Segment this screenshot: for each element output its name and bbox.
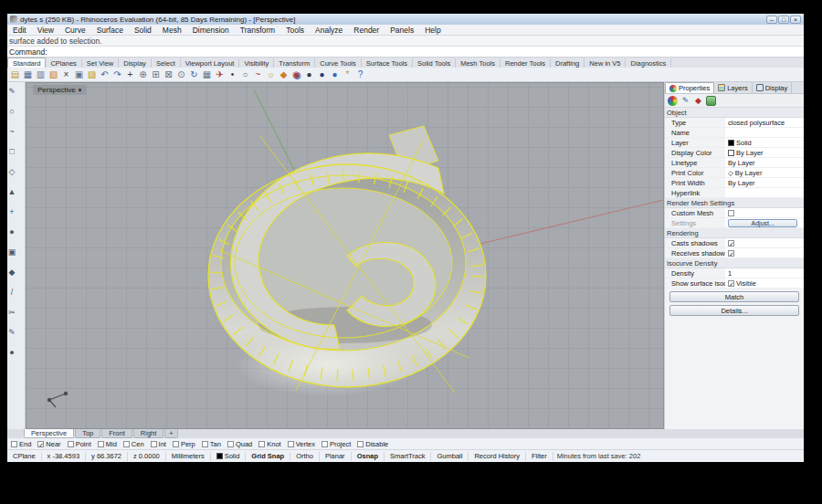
move-tool-icon[interactable]: + xyxy=(7,206,20,217)
object-properties-icon[interactable] xyxy=(668,96,678,106)
details-button[interactable]: Details... xyxy=(669,305,800,316)
units-cell[interactable]: Millimeters xyxy=(166,452,211,461)
osnap-knot[interactable]: Knot xyxy=(258,440,280,448)
grid-snap-toggle[interactable]: Grid Snap xyxy=(246,452,290,461)
tab-layers[interactable]: Layers xyxy=(714,82,753,93)
menu-transform[interactable]: Transform xyxy=(235,26,280,35)
menu-solid[interactable]: Solid xyxy=(129,26,157,35)
filter-toggle[interactable]: Filter xyxy=(526,452,553,461)
osnap-quad[interactable]: Quad xyxy=(227,440,252,448)
print-width-select[interactable]: By Layer xyxy=(725,178,804,187)
toolbar-tab-select[interactable]: Select xyxy=(152,58,181,68)
grid-icon[interactable]: ▦ xyxy=(201,68,213,80)
color-wheel-icon[interactable]: ◉ xyxy=(290,68,302,80)
toolbar-tab-viewport-layout[interactable]: Viewport Layout xyxy=(181,58,240,68)
maximize-button[interactable]: □ xyxy=(778,16,789,24)
menu-dimension[interactable]: Dimension xyxy=(187,26,235,35)
menu-help[interactable]: Help xyxy=(419,26,446,35)
paste-icon[interactable]: ▨ xyxy=(86,68,98,80)
box-tool-icon[interactable]: ▣ xyxy=(7,247,20,257)
viewport-tab-right[interactable]: Right xyxy=(133,429,164,438)
tab-display[interactable]: Display xyxy=(753,82,793,93)
osnap-perp[interactable]: Perp xyxy=(173,440,195,448)
linetype-select[interactable]: By Layer xyxy=(725,158,804,167)
redo-icon[interactable]: ↷ xyxy=(111,68,123,80)
render-tool-icon[interactable]: ● xyxy=(7,347,20,358)
toolbar-tab-set-view[interactable]: Set View xyxy=(82,58,119,68)
close-button[interactable]: × xyxy=(790,16,801,24)
menu-surface[interactable]: Surface xyxy=(91,26,129,35)
adjust-button[interactable]: Adjust... xyxy=(728,219,797,227)
toolbar-tab-curve-tools[interactable]: Curve Tools xyxy=(315,58,361,68)
custom-mesh-checkbox[interactable] xyxy=(728,210,734,216)
layer-select[interactable]: Solid xyxy=(725,138,804,147)
menu-edit[interactable]: Edit xyxy=(7,26,32,35)
osnap-near[interactable]: ✓Near xyxy=(37,440,60,448)
menu-panels[interactable]: Panels xyxy=(385,26,419,35)
trim-tool-icon[interactable]: ✂ xyxy=(7,307,20,318)
viewport-tab-add[interactable]: + xyxy=(164,429,177,438)
lasso-icon[interactable]: ✎ xyxy=(680,96,690,106)
viewport-tab-front[interactable]: Front xyxy=(101,429,132,438)
print-icon[interactable]: ▥ xyxy=(35,68,47,80)
command-input[interactable]: Command: xyxy=(7,47,804,58)
undo-icon[interactable]: ↶ xyxy=(99,68,111,80)
groundplane-icon[interactable] xyxy=(706,96,716,106)
zoom-extents-icon[interactable]: ⊠ xyxy=(163,68,174,80)
osnap-int[interactable]: Int xyxy=(151,440,166,448)
menu-curve[interactable]: Curve xyxy=(59,26,91,35)
menu-analyze[interactable]: Analyze xyxy=(310,26,348,35)
current-layer-cell[interactable]: Solid xyxy=(211,452,247,461)
solid-tool-icon[interactable]: ◆ xyxy=(7,267,20,278)
viewport-tab-top[interactable]: Top xyxy=(75,429,100,438)
toolbar-tab-standard[interactable]: Standard xyxy=(7,58,46,68)
osnap-toggle[interactable]: Osnap xyxy=(352,452,385,461)
casts-shadows-checkbox[interactable]: ✓ xyxy=(728,240,734,247)
rectangle-tool-icon[interactable]: □ xyxy=(7,146,20,157)
osnap-project[interactable]: Project xyxy=(321,440,351,448)
menu-tools[interactable]: Tools xyxy=(280,26,310,35)
line-tool-icon[interactable]: / xyxy=(7,287,20,298)
menu-view[interactable]: View xyxy=(32,26,59,35)
eraser-icon[interactable]: ▧ xyxy=(47,68,59,80)
match-button[interactable]: Match xyxy=(669,291,800,302)
lamp-icon[interactable]: ☼ xyxy=(265,68,277,80)
cplane-cell[interactable]: CPlane xyxy=(7,452,42,461)
record-history-toggle[interactable]: Record History xyxy=(469,452,526,461)
smarttrack-toggle[interactable]: SmartTrack xyxy=(385,452,431,461)
titlebar[interactable]: dytes s (250 KB) - Rhinoceros Evaluation… xyxy=(7,14,804,25)
perspective-viewport[interactable]: Perspective▾ xyxy=(26,82,664,429)
osnap-mid[interactable]: Mid xyxy=(98,440,117,448)
osnap-point[interactable]: Point xyxy=(68,440,91,448)
print-color-select[interactable]: ◇By Layer xyxy=(725,168,804,177)
name-field[interactable] xyxy=(725,128,804,137)
toolbar-tab-cplanes[interactable]: CPlanes xyxy=(46,58,81,68)
osnap-end[interactable]: End xyxy=(11,440,31,448)
open-icon[interactable]: ▤ xyxy=(9,68,21,80)
osnap-vertex[interactable]: Vertex xyxy=(288,440,315,448)
point-icon[interactable]: • xyxy=(227,68,238,80)
rendered-sphere-icon[interactable]: ● xyxy=(316,68,328,80)
ellipse-tool-icon[interactable]: ◇ xyxy=(7,166,20,177)
gear-icon[interactable]: * xyxy=(342,68,353,80)
rotate-view-icon[interactable]: ↻ xyxy=(188,68,200,80)
circle-icon[interactable]: ○ xyxy=(239,68,251,80)
menu-render[interactable]: Render xyxy=(348,26,385,35)
toolbar-tab-visibility[interactable]: Visibility xyxy=(239,58,274,68)
zoom-window-icon[interactable]: ⊞ xyxy=(150,68,162,80)
draw-tool-icon[interactable]: ✎ xyxy=(7,86,20,97)
pan-icon[interactable]: + xyxy=(124,68,136,80)
osnap-cen[interactable]: Cen xyxy=(123,440,144,448)
curve-icon[interactable]: ~ xyxy=(252,68,264,80)
tab-properties[interactable]: Properties xyxy=(665,82,714,93)
annotate-tool-icon[interactable]: ✎ xyxy=(7,327,20,338)
sphere-tool-icon[interactable]: ● xyxy=(7,226,20,237)
ortho-toggle[interactable]: Ortho xyxy=(290,452,320,461)
3d-model[interactable] xyxy=(26,82,664,429)
show-isocurve-checkbox[interactable]: ✓ xyxy=(728,280,734,287)
material-drop-icon[interactable]: ◆ xyxy=(278,68,290,80)
osnap-tan[interactable]: Tan xyxy=(202,440,221,448)
receives-shadows-checkbox[interactable]: ✓ xyxy=(728,250,734,257)
help-icon[interactable]: ? xyxy=(354,68,366,80)
hyperlink-field[interactable] xyxy=(725,188,804,197)
